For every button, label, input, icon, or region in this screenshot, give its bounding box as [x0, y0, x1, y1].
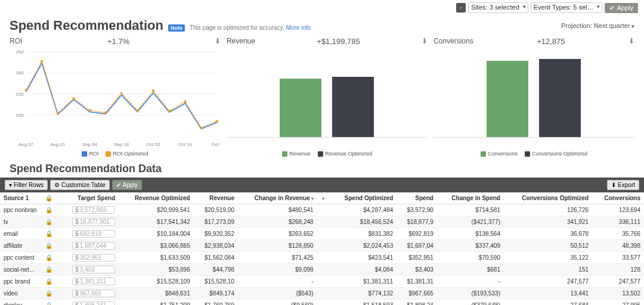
revenue-opt-bar [332, 77, 374, 137]
svg-point-18 [184, 101, 186, 103]
table-apply-label: Apply [123, 182, 138, 188]
download-icon[interactable]: ⬇ [628, 37, 634, 45]
filter-rows-button[interactable]: ▾ Filter Rows [5, 180, 48, 190]
more-info-link[interactable]: More info [286, 24, 311, 31]
filter-label: Filter Rows [14, 182, 44, 188]
conversions-legend: Conversions Conversions Optimized [434, 151, 634, 157]
col-9[interactable]: Change in Spend [437, 192, 504, 204]
table-apply-button[interactable]: ✔ Apply [112, 180, 142, 190]
data-table: Source 1🔒Target SpendRevenue OptimizedRe… [0, 192, 644, 305]
table-row[interactable]: ppc content🔒352,951$1,633,509$1,562,084$… [0, 252, 644, 264]
svg-point-8 [24, 89, 27, 91]
collapse-icon[interactable]: › [456, 3, 466, 13]
apply-button[interactable]: ✔ Apply [605, 3, 638, 13]
table-row[interactable]: tv🔒18,877,901$17,541,342$17,273,09$268,2… [0, 216, 644, 228]
roi-delta: +1.7% [22, 37, 215, 46]
svg-point-9 [41, 60, 43, 62]
sites-select[interactable]: Sites: 3 selected [468, 2, 528, 13]
table-row[interactable]: ppc nonbran🔒3,572,903$20,999,541$20,519,… [0, 204, 644, 216]
roi-chart: 100150200250Aug 07Aug 21Sep 04Sep 18Oct … [10, 48, 221, 150]
target-spend-input[interactable]: 18,877,901 [72, 218, 115, 226]
target-spend-input[interactable]: 1,687,044 [72, 242, 115, 250]
table-row[interactable]: social-networ🔒3,403$53,896$44,798$9,098$… [0, 264, 644, 276]
lock-icon[interactable]: 🔒 [45, 207, 52, 213]
svg-point-15 [136, 109, 138, 111]
event-types-select[interactable]: Event Types: 5 sel… [531, 2, 603, 13]
customize-label: Customize Table [61, 182, 106, 188]
target-spend-input[interactable]: 967,665 [72, 290, 115, 297]
svg-point-20 [216, 120, 218, 122]
col-5[interactable]: Change in Revenue▾ [238, 192, 317, 204]
svg-text:Oct 02: Oct 02 [147, 142, 160, 147]
lock-icon[interactable]: 🔒 [45, 278, 52, 285]
page-header: Spend Recommendation Note This page is o… [0, 15, 644, 33]
table-row[interactable]: display🔒1,898,241$1,751,209$1,760,769($9… [0, 300, 644, 305]
note-badge: Note [168, 24, 185, 32]
col-2[interactable]: Target Spend [59, 192, 119, 204]
legend-conv: Conversions [488, 151, 518, 157]
col-1[interactable]: 🔒 [42, 192, 59, 204]
col-3[interactable]: Revenue Optimized [119, 192, 193, 204]
col-6[interactable]: ▾ [317, 192, 330, 204]
target-spend-input[interactable]: 692,819 [72, 230, 115, 238]
col-8[interactable]: Spend [397, 192, 437, 204]
charts-row: ROI +1.7% ⬇ 100150200250Aug 07Aug 21Sep … [0, 33, 644, 163]
apply-label: Apply [617, 4, 633, 11]
col-11[interactable]: Conversions [592, 192, 644, 204]
table-subtitle: Spend Recommendation Data [0, 163, 644, 178]
table-row[interactable]: video🔒967,665$848,631$849,174($543)$774,… [0, 288, 644, 300]
revenue-bar [280, 79, 321, 137]
legend-conv-opt: Conversions Optimized [532, 151, 587, 157]
svg-text:Aug 07: Aug 07 [18, 142, 33, 147]
lock-icon[interactable]: 🔒 [45, 302, 52, 305]
svg-text:Sep 04: Sep 04 [82, 142, 97, 147]
table-toolbar: ▾ Filter Rows ⚙ Customize Table ✔ Apply … [0, 178, 644, 192]
legend-rev-opt: Revenue Optimized [325, 151, 372, 157]
roi-chart-card: ROI +1.7% ⬇ 100150200250Aug 07Aug 21Sep … [10, 37, 221, 157]
revenue-chart-card: Revenue +$1,199,785 ⬇ Revenue Revenue Op… [227, 37, 428, 157]
lock-icon[interactable]: 🔒 [45, 290, 52, 297]
target-spend-input[interactable]: 3,403 [72, 266, 115, 273]
lock-icon[interactable]: 🔒 [45, 242, 52, 249]
svg-point-13 [104, 111, 107, 114]
col-7[interactable]: Spend Optimized [330, 192, 397, 204]
lock-icon: 🔒 [45, 195, 52, 201]
revenue-delta: +$1,199,785 [255, 37, 422, 46]
revenue-legend: Revenue Revenue Optimized [227, 151, 428, 157]
svg-text:Aug 21: Aug 21 [50, 142, 65, 147]
col-0[interactable]: Source 1 [0, 192, 42, 204]
table-row[interactable]: email🔒692,819$10,184,004$9,920,352$263,6… [0, 228, 644, 240]
customize-table-button[interactable]: ⚙ Customize Table [50, 180, 110, 190]
lock-icon[interactable]: 🔒 [45, 254, 52, 261]
lock-icon[interactable]: 🔒 [45, 266, 52, 273]
lock-icon[interactable]: 🔒 [45, 219, 52, 225]
svg-point-10 [57, 112, 59, 114]
target-spend-input[interactable]: 1,381,311 [72, 278, 115, 285]
export-button[interactable]: ⬇ Export [607, 180, 639, 190]
table-row[interactable]: affiliate🔒1,687,044$3,066,885$2,938,034$… [0, 240, 644, 252]
table-row[interactable]: ppc brand🔒1,381,311$15,528,109$15,528,10… [0, 276, 644, 288]
conversions-chart [434, 48, 634, 150]
target-spend-input[interactable]: 3,572,903 [72, 206, 115, 214]
download-icon[interactable]: ⬇ [215, 37, 221, 45]
page-title: Spend Recommendation [10, 18, 163, 33]
projection-select[interactable]: Projection: Next quarter [561, 22, 634, 29]
col-10[interactable]: Conversions Optimized [504, 192, 592, 204]
note-text-content: This page is optimized for accuracy. [190, 24, 284, 31]
svg-point-11 [72, 97, 75, 99]
svg-text:Oct 3: Oct 3 [212, 142, 221, 147]
target-spend-input[interactable]: 1,898,241 [72, 301, 115, 305]
revenue-chart [227, 48, 428, 150]
legend-roi: ROI [89, 151, 98, 157]
col-4[interactable]: Revenue [194, 192, 238, 204]
conversions-label: Conversions [434, 37, 473, 45]
lock-icon[interactable]: 🔒 [45, 231, 52, 237]
svg-text:Sep 18: Sep 18 [114, 142, 129, 147]
svg-point-12 [88, 109, 91, 111]
svg-point-14 [120, 92, 123, 94]
target-spend-input[interactable]: 352,951 [72, 254, 115, 262]
top-filter-bar: › Sites: 3 selected Event Types: 5 sel… … [0, 0, 644, 15]
svg-text:200: 200 [16, 70, 24, 76]
svg-text:Oct 16: Oct 16 [178, 142, 193, 147]
download-icon[interactable]: ⬇ [422, 37, 428, 45]
